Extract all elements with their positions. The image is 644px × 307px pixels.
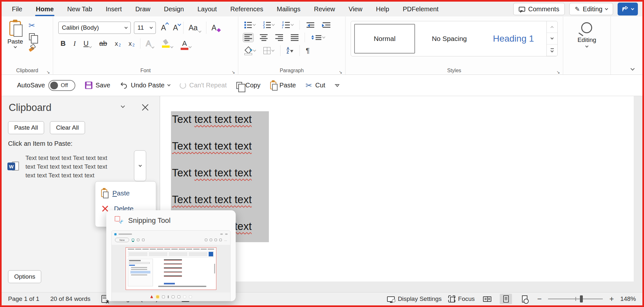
superscript-button[interactable]: x2 [126, 39, 137, 48]
menu-new-tab[interactable]: New Tab [67, 3, 93, 15]
collapse-ribbon-button[interactable] [630, 66, 635, 71]
menu-design[interactable]: Design [163, 3, 185, 15]
word-count[interactable]: 20 of 84 words [50, 295, 90, 302]
qat-overflow-button[interactable] [335, 84, 339, 86]
clear-all-button[interactable]: Clear All [50, 121, 85, 134]
styles-gallery-more[interactable] [547, 45, 557, 56]
clipboard-dialog-launcher[interactable]: ↘ [46, 70, 50, 74]
editing-dropdown-button[interactable]: Editing [577, 22, 596, 47]
bullets-button[interactable] [243, 20, 257, 30]
increase-indent-button[interactable] [320, 21, 332, 30]
mini-window-titlebar [112, 231, 230, 236]
paste-all-button[interactable]: Paste All [8, 121, 44, 134]
menu-layout[interactable]: Layout [197, 3, 217, 15]
qat-paste-button[interactable]: Paste [270, 82, 296, 89]
paste-split-button[interactable]: Paste [7, 21, 23, 65]
align-left-button[interactable] [243, 33, 254, 42]
paragraph-dialog-launcher[interactable]: ↘ [339, 70, 342, 74]
show-hide-marks-button[interactable]: ¶ [304, 45, 311, 56]
styles-dialog-launcher[interactable]: ↘ [556, 70, 560, 74]
grow-font-button[interactable]: A [159, 23, 168, 33]
font-color-button[interactable]: A [178, 39, 194, 48]
format-painter-button[interactable] [28, 44, 35, 51]
display-settings-button[interactable]: Display Settings [387, 295, 441, 302]
style-normal[interactable]: Normal [354, 24, 415, 54]
clipboard-pane-title: Clipboard [9, 102, 52, 114]
chevron-down-icon [271, 48, 275, 52]
pane-close-button[interactable] [141, 103, 149, 112]
doc-line[interactable]: Text text text text [171, 141, 269, 152]
save-button[interactable]: Save [85, 82, 110, 89]
clear-formatting-button[interactable]: A [210, 23, 218, 33]
multilevel-list-button[interactable]: 1ai [280, 20, 295, 30]
web-layout-button[interactable] [518, 294, 531, 304]
align-right-button[interactable] [274, 33, 285, 42]
font-size-combobox[interactable]: 11 [134, 22, 156, 34]
highlight-color-button[interactable] [159, 39, 175, 48]
comments-button[interactable]: Comments [513, 3, 565, 15]
bold-button[interactable]: B [58, 39, 68, 48]
shrink-font-button[interactable]: A [171, 23, 180, 33]
superscript-x: x [128, 40, 132, 47]
menu-mailings[interactable]: Mailings [276, 3, 301, 15]
undo-button[interactable]: Undo Paste [120, 82, 170, 89]
shading-button[interactable] [243, 45, 257, 56]
align-center-button[interactable] [258, 33, 269, 42]
print-layout-button[interactable] [500, 294, 512, 304]
mini-undo-icon [183, 295, 186, 298]
doc-line[interactable]: Text text text text [171, 167, 269, 178]
menu-view[interactable]: View [348, 3, 363, 15]
clipboard-item-dropdown[interactable] [134, 150, 146, 181]
decrease-indent-button[interactable] [304, 21, 316, 30]
cut-button[interactable]: ✂ [29, 22, 35, 29]
sort-button[interactable]: AZ [285, 46, 295, 55]
style-heading-1[interactable]: Heading 1 [484, 24, 543, 54]
justify-button[interactable] [289, 33, 300, 42]
autosave-toggle[interactable]: Off [48, 80, 75, 91]
zoom-in-button[interactable]: + [609, 294, 614, 303]
change-case-button[interactable]: Aa [187, 23, 203, 33]
doc-line[interactable]: Text text text text [171, 114, 269, 125]
font-dialog-launcher[interactable]: ↘ [232, 70, 235, 74]
menu-file[interactable]: File [11, 3, 23, 15]
subscript-button[interactable]: x2 [113, 39, 123, 48]
zoom-slider[interactable] [548, 299, 603, 299]
vertical-scrollbar-track[interactable] [634, 96, 642, 292]
styles-scroll-up[interactable] [547, 21, 557, 33]
menu-review[interactable]: Review [313, 3, 336, 15]
clipboard-item[interactable]: W Text text text text Text text text tex… [7, 150, 153, 183]
styles-scroll-down[interactable] [547, 33, 557, 45]
strikethrough-button[interactable]: ab [97, 39, 109, 48]
text-effects-button[interactable]: A [144, 38, 156, 49]
menu-help[interactable]: Help [375, 3, 390, 15]
pane-dropdown-button[interactable] [121, 104, 125, 108]
menu-pdfelement[interactable]: PDFelement [402, 3, 439, 15]
options-button[interactable]: Options [8, 270, 41, 283]
qat-cut-button[interactable]: ✂ Cut [306, 82, 325, 89]
snipping-tool-popup[interactable]: ✂ Snipping Tool New … [106, 210, 236, 301]
read-mode-button[interactable] [481, 294, 493, 304]
menu-draw[interactable]: Draw [135, 3, 151, 15]
zoom-out-button[interactable]: − [537, 294, 542, 303]
style-no-spacing[interactable]: No Spacing [420, 24, 479, 54]
editing-mode-button[interactable]: ✎ Editing [569, 3, 613, 15]
share-button[interactable] [618, 3, 638, 15]
italic-button[interactable]: I [71, 39, 78, 48]
menu-home[interactable]: Home [35, 3, 54, 15]
qat-copy-button[interactable]: Copy [236, 82, 260, 89]
context-menu-paste[interactable]: Paste [95, 185, 156, 201]
underline-button[interactable]: U [81, 39, 94, 48]
copy-button[interactable] [29, 33, 35, 40]
zoom-slider-handle[interactable] [580, 295, 583, 302]
menu-references[interactable]: References [230, 3, 264, 15]
borders-button[interactable] [262, 46, 276, 55]
chevron-down-icon [167, 83, 170, 86]
menu-insert[interactable]: Insert [105, 3, 122, 15]
doc-line[interactable]: Text text text text [171, 194, 269, 205]
focus-button[interactable]: Focus [448, 295, 475, 302]
zoom-percentage[interactable]: 148% [620, 295, 636, 302]
line-spacing-button[interactable] [309, 33, 327, 42]
numbering-button[interactable]: 123 [261, 20, 276, 30]
page-indicator[interactable]: Page 1 of 1 [8, 295, 39, 302]
font-name-combobox[interactable]: Calibri (Body) [58, 22, 131, 34]
